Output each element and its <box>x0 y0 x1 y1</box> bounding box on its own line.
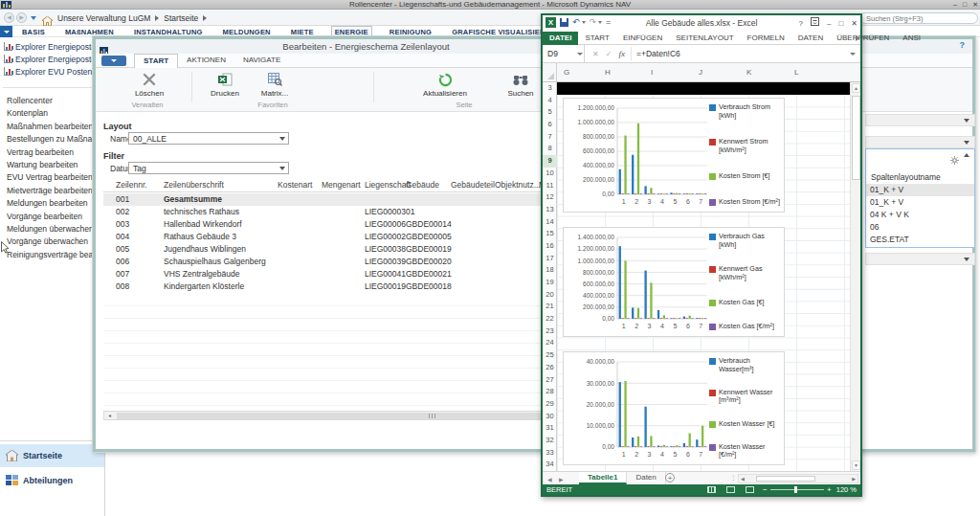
row-header-34[interactable]: 34 <box>543 459 557 471</box>
excel-minimize-button[interactable]: – <box>827 17 831 30</box>
vertical-scrollbar[interactable]: ▲ ▼ <box>850 82 860 471</box>
chart-gas[interactable]: 1.400.000,001.200.000,001.000.000,00800.… <box>563 227 785 337</box>
scroll-left-icon[interactable]: ◀ <box>741 476 745 482</box>
refresh-button[interactable]: Aktualisieren <box>402 71 488 98</box>
row-header-26[interactable]: 26 <box>543 362 557 374</box>
factbox-collapsed-section-3[interactable] <box>865 253 975 265</box>
zoom-slider-thumb[interactable] <box>794 486 797 493</box>
matrix-button[interactable]: Matrix... <box>251 71 299 98</box>
row-header-15[interactable]: 15 <box>543 228 557 240</box>
expand-formula-bar-icon[interactable] <box>850 53 856 56</box>
row-header-32[interactable]: 32 <box>543 435 557 447</box>
row-header-12[interactable]: 12 <box>543 191 557 204</box>
column-header-gebäudeteil[interactable]: Gebäudeteil <box>451 180 495 190</box>
row-header-16[interactable]: 16 <box>543 240 557 253</box>
column-header-k[interactable]: K <box>746 68 751 77</box>
nav-close-button[interactable]: ✕ <box>972 0 978 10</box>
row-header-13[interactable]: 13 <box>543 204 557 216</box>
normal-view-icon[interactable] <box>707 486 716 493</box>
row-header-21[interactable]: 21 <box>543 301 557 313</box>
insert-function-icon[interactable]: fx <box>618 49 625 58</box>
breadcrumb[interactable]: Unsere Verwaltung LuGMStartseite <box>57 10 207 26</box>
nav-maximize-button[interactable]: □ <box>963 0 967 10</box>
excel-tab-ansi[interactable]: ANSI <box>896 32 927 45</box>
row-header-11[interactable]: 11 <box>543 180 557 192</box>
scrollbar-thumb[interactable] <box>756 476 815 482</box>
row-header-25[interactable]: 25 <box>543 349 557 362</box>
row-header-23[interactable]: 23 <box>543 325 557 338</box>
zoom-out-button[interactable]: − <box>763 484 768 495</box>
sidebar-item-explorer-evu-posten[interactable]: Explorer EVU Posten <box>4 65 101 78</box>
zoom-in-button[interactable]: + <box>827 484 832 495</box>
zoom-slider-track[interactable] <box>770 489 824 490</box>
column-header-l[interactable]: L <box>794 68 798 77</box>
column-header-liegenschaft[interactable]: Liegenschaft <box>365 180 411 190</box>
column-header-h[interactable]: H <box>605 68 611 77</box>
excel-tab-formeln[interactable]: FORMELN <box>741 32 791 45</box>
excel-tab-daten[interactable]: DATEN <box>791 32 831 45</box>
menu-tab-maßnahmen[interactable]: MAßNAHMEN <box>62 27 117 37</box>
column-header-zeilenüberschrift[interactable]: Zeilenüberschrift <box>164 180 224 190</box>
scroll-left-icon[interactable]: ◂ <box>105 413 114 419</box>
chevron-down-icon[interactable] <box>577 53 583 56</box>
sheet-next-icon[interactable]: ▶ <box>559 476 564 482</box>
column-header-objektnutz-[interactable]: Objektnutz... <box>495 180 541 190</box>
row-header-22[interactable]: 22 <box>543 313 557 325</box>
menu-tab-instandhaltung[interactable]: INSTANDHALTUNG <box>131 27 206 37</box>
column-header-j[interactable]: J <box>699 68 702 77</box>
zoom-level[interactable]: 120 % <box>836 484 857 495</box>
row-header-3[interactable]: 3 <box>543 82 557 95</box>
excel-restore-button[interactable]: □ <box>838 17 843 30</box>
factbox-item[interactable]: 04 K + V K <box>866 209 974 221</box>
factbox-collapsed-section-2[interactable] <box>865 136 975 148</box>
sheet-prev-icon[interactable]: ◀ <box>547 476 552 482</box>
excel-tab-start[interactable]: START <box>578 32 615 45</box>
row-header-19[interactable]: 19 <box>543 277 557 289</box>
row-header-10[interactable]: 10 <box>543 168 557 180</box>
excel-tab-datei[interactable]: DATEI <box>543 32 578 45</box>
forward-button[interactable]: ▶ <box>16 12 27 23</box>
worksheet-grid[interactable]: 3456789101112131415161718192021222324252… <box>543 82 860 471</box>
menu-tab-meldungen[interactable]: MELDUNGEN <box>220 27 274 37</box>
row-header-9[interactable]: 9 <box>543 155 557 168</box>
row-header-24[interactable]: 24 <box>543 337 557 349</box>
dialog-tab-aktionen[interactable]: AKTIONEN <box>178 54 234 68</box>
sheet-tab-daten[interactable]: Daten <box>627 472 665 484</box>
chart-strom[interactable]: 1.200.000,001.000.000,00800.000,00600.00… <box>563 98 785 213</box>
row-header-20[interactable]: 20 <box>543 289 557 302</box>
layout-name-select[interactable]: 00_ALLE <box>128 132 289 145</box>
back-button[interactable]: ◀ <box>4 12 14 23</box>
column-header-gebäude[interactable]: Gebäude <box>406 180 439 190</box>
chevron-right-icon[interactable] <box>856 35 859 41</box>
print-button[interactable]: Drucken <box>203 71 247 98</box>
scroll-right-icon[interactable]: ▶ <box>852 476 856 482</box>
row-header-5[interactable]: 5 <box>543 106 557 119</box>
row-header-17[interactable]: 17 <box>543 253 557 265</box>
sidebar-item-explorer-energieposten-interva[interactable]: Explorer Energieposten Interva <box>4 53 101 65</box>
enter-icon[interactable]: ✓ <box>606 50 612 58</box>
history-dropdown-icon[interactable] <box>31 16 36 20</box>
excel-help-button[interactable]: ? <box>799 17 803 30</box>
row-header-6[interactable]: 6 <box>543 119 557 131</box>
sidebar-item-explorer-energieposten[interactable]: Explorer Energieposten <box>4 40 101 53</box>
row-header-8[interactable]: 8 <box>543 143 557 155</box>
column-header-zeilennr-[interactable]: Zeilennr. <box>116 180 147 190</box>
row-header-7[interactable]: 7 <box>543 131 557 144</box>
row-header-27[interactable]: 27 <box>543 374 557 387</box>
menu-tab-reinigung[interactable]: REINIGUNG <box>387 27 434 37</box>
ribbon-display-options-icon[interactable] <box>811 17 819 30</box>
column-header-g[interactable]: G <box>564 68 569 77</box>
factbox-item[interactable]: 06 <box>866 221 974 234</box>
delete-button[interactable]: Löschen <box>124 71 174 98</box>
factbox-item[interactable]: GES.ETAT <box>866 234 974 246</box>
column-header-kostenart[interactable]: Kostenart <box>278 180 312 190</box>
row-header-29[interactable]: 29 <box>543 398 557 411</box>
dialog-menu-button[interactable] <box>101 56 126 66</box>
dialog-tab-start[interactable]: START <box>134 54 178 68</box>
row-header-31[interactable]: 31 <box>543 422 557 435</box>
factbox-header[interactable] <box>866 149 974 162</box>
factbox-collapsed-section-1[interactable] <box>865 114 975 126</box>
app-menu-button[interactable] <box>0 26 12 37</box>
excel-close-button[interactable]: ✕ <box>851 17 858 30</box>
gear-icon[interactable] <box>950 151 959 168</box>
